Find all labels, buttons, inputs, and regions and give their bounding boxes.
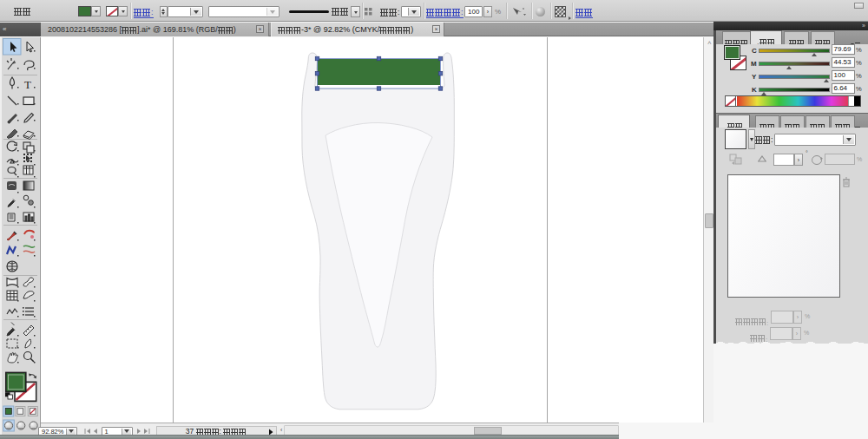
svg-text:T: T [24,78,31,91]
